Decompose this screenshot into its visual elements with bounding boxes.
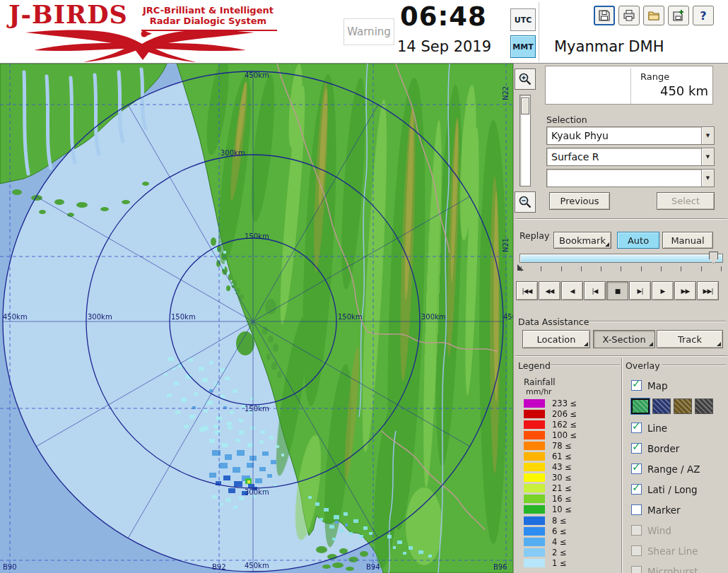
legend-threshold: 78 ≤ bbox=[552, 441, 572, 451]
checkbox-unchecked[interactable] bbox=[631, 504, 642, 515]
legend-entry: 10 ≤ bbox=[524, 504, 577, 515]
zoom-in-button[interactable] bbox=[515, 69, 536, 90]
legend-threshold: 2 ≤ bbox=[552, 548, 567, 557]
legend-color-swatch bbox=[524, 452, 545, 461]
mmt-button[interactable]: MMT bbox=[510, 35, 536, 58]
select-button[interactable]: Select bbox=[657, 192, 715, 210]
ring-label: 150km bbox=[245, 232, 269, 240]
legend-color-swatch bbox=[524, 473, 545, 482]
timeline-tick bbox=[561, 266, 562, 271]
map-scrollbar-thumb[interactable] bbox=[521, 98, 529, 114]
replay-auto-button[interactable]: Auto bbox=[617, 232, 659, 249]
zoom-out-button[interactable] bbox=[515, 191, 536, 213]
ring-label: 150km bbox=[245, 405, 269, 413]
timeline-tick bbox=[621, 266, 621, 271]
playback-fast-forward-button[interactable]: ▶▶ bbox=[674, 281, 696, 300]
legend-entry: 4 ≤ bbox=[524, 536, 577, 547]
legend-color-swatch bbox=[524, 516, 545, 525]
chevron-down-icon[interactable]: ▼ bbox=[701, 127, 714, 144]
overlay-item-range-az[interactable]: Range / AZ bbox=[631, 459, 728, 479]
overlay-item-lati-long[interactable]: Lati / Long bbox=[631, 479, 728, 500]
checkbox-checked[interactable] bbox=[631, 423, 642, 433]
ring-label: 450km bbox=[3, 313, 28, 321]
replay-manual-button[interactable]: Manual bbox=[662, 232, 713, 249]
checkbox-unchecked bbox=[631, 566, 642, 573]
timeline-tick bbox=[681, 266, 681, 271]
x-section-button[interactable]: X-Section bbox=[593, 330, 655, 348]
longitude-label: B94 bbox=[366, 563, 380, 571]
legend-threshold: 100 ≤ bbox=[552, 430, 577, 440]
playback-stop-button[interactable]: ■ bbox=[606, 281, 628, 300]
legend-entry: 43 ≤ bbox=[524, 462, 577, 473]
map-style-dark-button[interactable] bbox=[695, 398, 713, 414]
option-dropdown[interactable]: ▼ bbox=[546, 169, 715, 187]
radar-map[interactable]: 450km 300km 150km 150km 300km 450km 450k… bbox=[0, 64, 513, 573]
product-dropdown[interactable]: Surface R ▼ bbox=[546, 148, 715, 166]
map-style-navy-button[interactable] bbox=[652, 398, 671, 414]
legend-entry: 61 ≤ bbox=[524, 451, 577, 461]
legend-entry: 1 ≤ bbox=[524, 557, 577, 568]
playback-play-button[interactable]: ▶ bbox=[652, 281, 674, 300]
legend-threshold: 16 ≤ bbox=[552, 494, 572, 504]
chevron-down-icon[interactable]: ▼ bbox=[701, 148, 714, 165]
side-panel: Range 450 km Selection Kyauk Phyu ▼ Surf… bbox=[513, 64, 728, 573]
site-dropdown[interactable]: Kyauk Phyu ▼ bbox=[546, 126, 715, 145]
help-icon: ? bbox=[700, 9, 706, 23]
playback-fast-rewind-button[interactable]: ◀◀ bbox=[539, 281, 560, 300]
longitude-label: B92 bbox=[212, 563, 226, 571]
location-button[interactable]: Location bbox=[522, 330, 590, 348]
legend-label: Legend bbox=[518, 360, 551, 371]
ring-label: 300km bbox=[421, 313, 446, 321]
save-button[interactable] bbox=[594, 6, 615, 25]
checkbox-checked[interactable] bbox=[631, 463, 642, 474]
legend-entry: 8 ≤ bbox=[524, 515, 577, 526]
overlay-item-map[interactable]: Map bbox=[631, 375, 728, 396]
checkbox-checked[interactable] bbox=[631, 443, 642, 454]
overlay-item-label: Shear Line bbox=[647, 545, 698, 557]
legend-threshold: 21 ≤ bbox=[552, 483, 572, 493]
legend-threshold: 61 ≤ bbox=[552, 451, 572, 461]
map-style-olive-button[interactable] bbox=[674, 398, 692, 414]
legend-entry: 21 ≤ bbox=[524, 483, 577, 494]
checkbox-checked[interactable] bbox=[631, 380, 642, 391]
overlay-item-border[interactable]: Border bbox=[631, 438, 728, 459]
playback-step-forward-button[interactable]: ▶| bbox=[629, 281, 651, 300]
playback-skip-start-button[interactable]: |◀◀ bbox=[516, 281, 538, 300]
playback-step-back-button[interactable]: |◀ bbox=[584, 281, 606, 300]
timeline-tick bbox=[521, 266, 522, 271]
ring-label: 300km bbox=[221, 149, 245, 157]
overlay-item-marker[interactable]: Marker bbox=[631, 500, 728, 520]
legend-color-swatch bbox=[524, 505, 545, 514]
map-style-terrain-button[interactable] bbox=[631, 398, 650, 414]
app-logo-title: J-BIRDS bbox=[8, 0, 128, 29]
bookmark-button[interactable]: Bookmark bbox=[553, 232, 611, 249]
overlay-item-shear-line: Shear Line bbox=[631, 540, 728, 561]
playback-play-reverse-button[interactable]: ◀ bbox=[561, 281, 583, 300]
clock-time: 06:48 bbox=[400, 1, 487, 32]
latitude-label: N21 bbox=[502, 238, 510, 252]
data-assistance-label: Data Assistance bbox=[518, 317, 589, 327]
map-scrollbar[interactable] bbox=[519, 95, 531, 187]
timeline-tick bbox=[581, 266, 582, 271]
previous-button[interactable]: Previous bbox=[549, 192, 610, 210]
divider bbox=[589, 321, 726, 322]
zoom-in-icon bbox=[518, 72, 532, 86]
checkbox-checked[interactable] bbox=[631, 484, 642, 495]
legend-color-swatch bbox=[524, 431, 545, 439]
utc-button[interactable]: UTC bbox=[510, 8, 536, 31]
playback-skip-end-button[interactable]: ▶▶| bbox=[697, 281, 719, 300]
print-button[interactable] bbox=[618, 6, 640, 25]
overlay-label: Overlay bbox=[626, 360, 660, 371]
track-button[interactable]: Track bbox=[657, 330, 723, 348]
logo-subtitle-line2: Radar Dialogic System bbox=[143, 16, 274, 26]
overlay-item-line[interactable]: Line bbox=[631, 418, 728, 438]
site-dropdown-value: Kyauk Phyu bbox=[547, 127, 701, 144]
save-as-button[interactable] bbox=[668, 6, 689, 25]
checkbox-unchecked bbox=[631, 525, 642, 536]
help-button[interactable]: ? bbox=[693, 6, 714, 25]
legend-title: Rainfall bbox=[524, 377, 556, 387]
chevron-down-icon[interactable]: ▼ bbox=[701, 170, 714, 187]
open-file-button[interactable] bbox=[643, 6, 664, 25]
replay-timeline-slider[interactable] bbox=[519, 254, 723, 263]
legend-entry: 30 ≤ bbox=[524, 473, 577, 483]
